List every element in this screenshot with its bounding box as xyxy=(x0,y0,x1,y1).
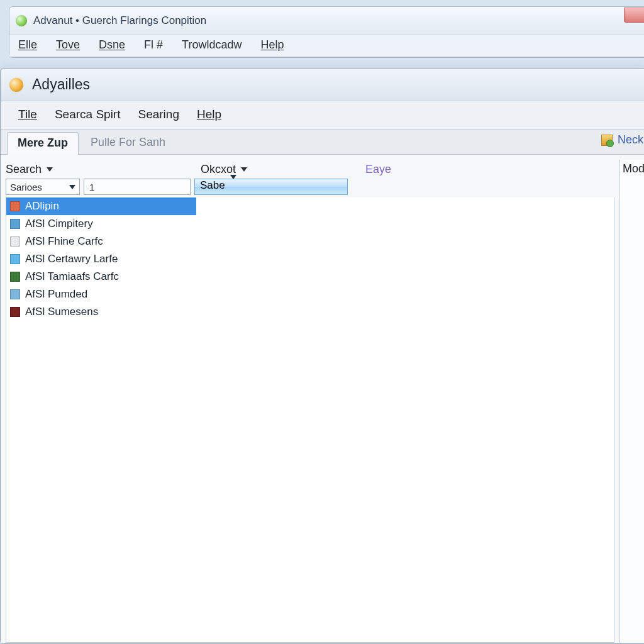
list-item-icon xyxy=(10,289,20,299)
list-item[interactable]: AfSl Sumesens xyxy=(6,303,196,321)
side-panel: Mod xyxy=(619,160,644,643)
chevron-down-icon xyxy=(241,167,247,172)
list-item[interactable]: AfSl Tamiaafs Carfc xyxy=(6,268,196,286)
list-item-label: AfSl Pumded xyxy=(25,288,87,301)
list-item-label: AfSl Fhine Carfc xyxy=(25,235,103,248)
parent-window-title: Advanut • Guerch Flarings Conpition xyxy=(33,14,206,27)
list-item-label: AfSl Sumesens xyxy=(25,306,98,318)
list-item-icon xyxy=(10,254,20,264)
menu-file[interactable]: Elle xyxy=(18,38,37,52)
list-item[interactable]: AfSl Pumded xyxy=(6,286,196,303)
list-item-icon xyxy=(10,219,20,229)
list-item-label: AfSl Certawry Larfe xyxy=(25,253,118,265)
list-item-icon xyxy=(10,236,20,247)
menu-searing[interactable]: Searing xyxy=(138,108,179,121)
menu-help-2[interactable]: Help xyxy=(197,108,221,121)
close-button[interactable] xyxy=(624,8,644,23)
menu-trowldcadw[interactable]: Trowldcadw xyxy=(182,38,242,52)
child-titlebar[interactable]: Adyailles xyxy=(1,69,644,101)
number-input[interactable]: 1 xyxy=(84,179,191,195)
neck-button[interactable]: Neck xyxy=(601,133,643,147)
list-item-label: ADlipin xyxy=(25,200,59,213)
list-item[interactable]: AfSl Certawry Larfe xyxy=(6,250,196,268)
list-item-icon xyxy=(10,307,20,317)
parent-menubar: Elle Tove Dsne Fl # Trowldcadw Help xyxy=(9,35,644,57)
column-header-okoot[interactable]: Okcxot xyxy=(201,161,358,177)
parent-window: Advanut • Guerch Flarings Conpition Elle… xyxy=(9,6,644,58)
column-header-eaye[interactable]: Eaye xyxy=(358,161,391,177)
results-list[interactable]: ADlipinAfSl CimpiteryAfSl Fhine CarfcAfS… xyxy=(6,197,614,643)
neck-label: Neck xyxy=(618,133,643,147)
menu-searca-spirt[interactable]: Searca Spirt xyxy=(55,108,121,121)
column-header-search[interactable]: Search xyxy=(6,161,201,177)
list-item-label: AfSl Tamiaafs Carfc xyxy=(25,270,119,283)
list-item-label: AfSl Cimpitery xyxy=(25,218,93,230)
child-menubar: Tile Searca Spirt Searing Help xyxy=(1,101,644,130)
sarioes-combo[interactable]: Sarioes xyxy=(6,179,80,195)
child-window: Adyailles Tile Searca Spirt Searing Help… xyxy=(0,68,644,644)
chevron-down-icon xyxy=(69,185,75,189)
neck-icon xyxy=(601,135,613,146)
list-item-icon xyxy=(10,201,20,211)
parent-titlebar[interactable]: Advanut • Guerch Flarings Conpition xyxy=(9,7,644,35)
list-item[interactable]: ADlipin xyxy=(6,197,196,215)
tab-pulle-for-sanh[interactable]: Pulle For Sanh xyxy=(80,131,176,154)
list-item[interactable]: AfSl Fhine Carfc xyxy=(6,233,196,250)
chevron-down-icon xyxy=(47,167,53,172)
list-item-icon xyxy=(10,272,20,282)
chevron-down-icon xyxy=(230,175,236,191)
child-window-title: Adyailles xyxy=(32,76,90,93)
menu-tove[interactable]: Tove xyxy=(56,38,80,52)
content-area: Search Okcxot Eaye Sarioes 1 Sabe xyxy=(1,155,644,643)
menu-help[interactable]: Help xyxy=(260,38,284,52)
side-panel-header: Mod xyxy=(620,160,644,178)
okoot-combo[interactable]: Sabe xyxy=(194,179,348,195)
menu-fl[interactable]: Fl # xyxy=(144,38,163,52)
child-app-icon xyxy=(9,78,23,92)
tab-strip: Mere Zup Pulle For Sanh Neck xyxy=(1,130,644,155)
list-item[interactable]: AfSl Cimpitery xyxy=(6,215,196,233)
menu-tile[interactable]: Tile xyxy=(18,108,37,121)
menu-dsne[interactable]: Dsne xyxy=(99,38,125,52)
app-icon xyxy=(16,15,27,26)
tab-mere-zup[interactable]: Mere Zup xyxy=(7,132,79,155)
